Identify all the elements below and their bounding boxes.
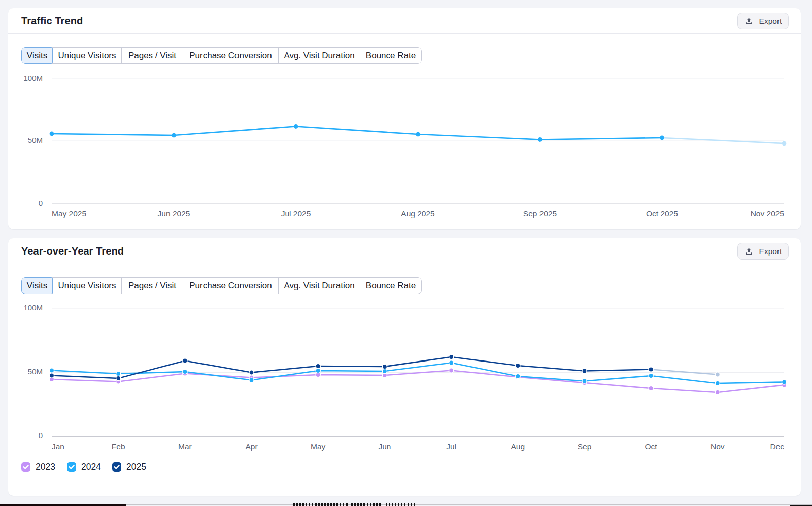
- svg-text:Jun 2025: Jun 2025: [158, 209, 190, 218]
- svg-text:Aug: Aug: [511, 442, 525, 451]
- svg-text:Jul: Jul: [446, 442, 456, 451]
- svg-text:Apr: Apr: [245, 442, 257, 451]
- svg-text:2024: 2024: [81, 462, 101, 472]
- svg-text:100M: 100M: [23, 303, 43, 312]
- svg-text:Aug 2025: Aug 2025: [401, 209, 434, 218]
- svg-text:2023: 2023: [36, 462, 55, 472]
- svg-text:Feb: Feb: [112, 442, 125, 451]
- svg-text:Jul 2025: Jul 2025: [281, 209, 311, 218]
- svg-text:Nov 2025: Nov 2025: [751, 209, 784, 218]
- svg-text:Jun: Jun: [378, 442, 391, 451]
- svg-text:Mar: Mar: [178, 442, 192, 451]
- svg-text:May 2025: May 2025: [52, 209, 86, 218]
- svg-text:Jan: Jan: [52, 442, 64, 451]
- svg-text:0: 0: [39, 431, 43, 440]
- svg-text:Dec: Dec: [770, 442, 784, 451]
- svg-text:2025: 2025: [126, 462, 146, 472]
- svg-text:0: 0: [39, 199, 43, 207]
- svg-text:Oct: Oct: [645, 442, 658, 451]
- svg-text:Sep 2025: Sep 2025: [523, 209, 557, 218]
- svg-text:50M: 50M: [28, 367, 43, 376]
- svg-text:50M: 50M: [28, 136, 43, 144]
- svg-text:Sep: Sep: [578, 442, 592, 451]
- svg-text:100M: 100M: [23, 74, 43, 82]
- svg-text:May: May: [311, 442, 326, 451]
- svg-text:Oct 2025: Oct 2025: [646, 209, 678, 218]
- svg-text:Nov: Nov: [710, 442, 725, 451]
